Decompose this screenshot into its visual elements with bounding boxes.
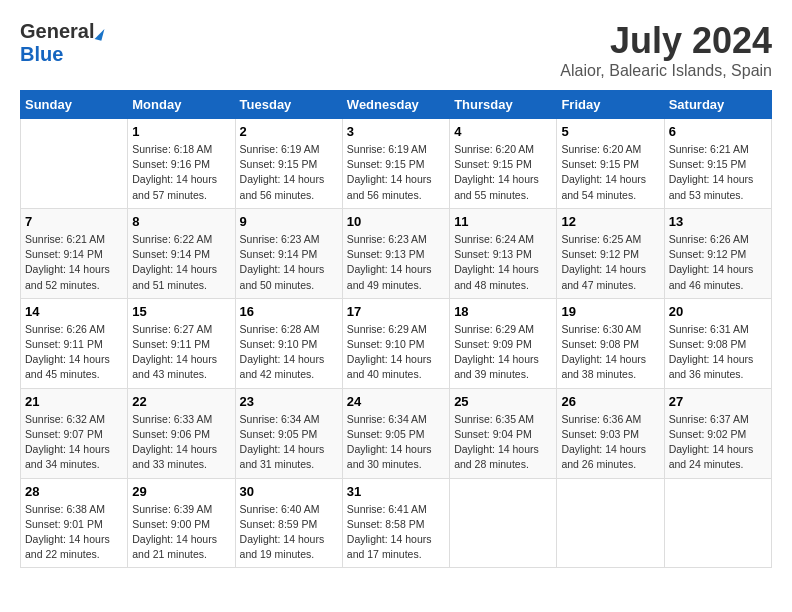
day-number: 5 bbox=[561, 124, 659, 139]
calendar-day-cell: 4Sunrise: 6:20 AM Sunset: 9:15 PM Daylig… bbox=[450, 119, 557, 209]
day-info: Sunrise: 6:19 AM Sunset: 9:15 PM Dayligh… bbox=[240, 142, 338, 203]
calendar-week-row: 21Sunrise: 6:32 AM Sunset: 9:07 PM Dayli… bbox=[21, 388, 772, 478]
calendar-header-cell: Sunday bbox=[21, 91, 128, 119]
day-info: Sunrise: 6:27 AM Sunset: 9:11 PM Dayligh… bbox=[132, 322, 230, 383]
day-info: Sunrise: 6:34 AM Sunset: 9:05 PM Dayligh… bbox=[347, 412, 445, 473]
day-number: 18 bbox=[454, 304, 552, 319]
day-number: 29 bbox=[132, 484, 230, 499]
calendar-day-cell: 11Sunrise: 6:24 AM Sunset: 9:13 PM Dayli… bbox=[450, 208, 557, 298]
calendar-week-row: 1Sunrise: 6:18 AM Sunset: 9:16 PM Daylig… bbox=[21, 119, 772, 209]
header: General Blue July 2024 Alaior, Balearic … bbox=[20, 20, 772, 80]
day-info: Sunrise: 6:36 AM Sunset: 9:03 PM Dayligh… bbox=[561, 412, 659, 473]
calendar-day-cell: 6Sunrise: 6:21 AM Sunset: 9:15 PM Daylig… bbox=[664, 119, 771, 209]
calendar-day-cell bbox=[450, 478, 557, 568]
calendar-header-cell: Friday bbox=[557, 91, 664, 119]
calendar-day-cell: 22Sunrise: 6:33 AM Sunset: 9:06 PM Dayli… bbox=[128, 388, 235, 478]
logo-general: General bbox=[20, 20, 94, 42]
day-info: Sunrise: 6:31 AM Sunset: 9:08 PM Dayligh… bbox=[669, 322, 767, 383]
day-info: Sunrise: 6:39 AM Sunset: 9:00 PM Dayligh… bbox=[132, 502, 230, 563]
day-info: Sunrise: 6:33 AM Sunset: 9:06 PM Dayligh… bbox=[132, 412, 230, 473]
calendar-day-cell: 28Sunrise: 6:38 AM Sunset: 9:01 PM Dayli… bbox=[21, 478, 128, 568]
calendar-day-cell: 13Sunrise: 6:26 AM Sunset: 9:12 PM Dayli… bbox=[664, 208, 771, 298]
calendar-day-cell: 21Sunrise: 6:32 AM Sunset: 9:07 PM Dayli… bbox=[21, 388, 128, 478]
day-number: 30 bbox=[240, 484, 338, 499]
calendar-header-cell: Wednesday bbox=[342, 91, 449, 119]
day-info: Sunrise: 6:19 AM Sunset: 9:15 PM Dayligh… bbox=[347, 142, 445, 203]
day-number: 22 bbox=[132, 394, 230, 409]
day-info: Sunrise: 6:23 AM Sunset: 9:13 PM Dayligh… bbox=[347, 232, 445, 293]
calendar-day-cell: 5Sunrise: 6:20 AM Sunset: 9:15 PM Daylig… bbox=[557, 119, 664, 209]
calendar-day-cell: 12Sunrise: 6:25 AM Sunset: 9:12 PM Dayli… bbox=[557, 208, 664, 298]
day-number: 10 bbox=[347, 214, 445, 229]
calendar-day-cell bbox=[664, 478, 771, 568]
day-number: 26 bbox=[561, 394, 659, 409]
day-info: Sunrise: 6:34 AM Sunset: 9:05 PM Dayligh… bbox=[240, 412, 338, 473]
calendar-day-cell: 30Sunrise: 6:40 AM Sunset: 8:59 PM Dayli… bbox=[235, 478, 342, 568]
day-info: Sunrise: 6:18 AM Sunset: 9:16 PM Dayligh… bbox=[132, 142, 230, 203]
day-number: 25 bbox=[454, 394, 552, 409]
calendar-day-cell: 1Sunrise: 6:18 AM Sunset: 9:16 PM Daylig… bbox=[128, 119, 235, 209]
day-number: 9 bbox=[240, 214, 338, 229]
day-number: 1 bbox=[132, 124, 230, 139]
day-number: 2 bbox=[240, 124, 338, 139]
calendar-day-cell: 9Sunrise: 6:23 AM Sunset: 9:14 PM Daylig… bbox=[235, 208, 342, 298]
day-number: 21 bbox=[25, 394, 123, 409]
calendar-day-cell: 31Sunrise: 6:41 AM Sunset: 8:58 PM Dayli… bbox=[342, 478, 449, 568]
month-year-title: July 2024 bbox=[560, 20, 772, 62]
calendar-day-cell bbox=[21, 119, 128, 209]
day-info: Sunrise: 6:26 AM Sunset: 9:11 PM Dayligh… bbox=[25, 322, 123, 383]
day-number: 27 bbox=[669, 394, 767, 409]
calendar-header-row: SundayMondayTuesdayWednesdayThursdayFrid… bbox=[21, 91, 772, 119]
day-info: Sunrise: 6:20 AM Sunset: 9:15 PM Dayligh… bbox=[454, 142, 552, 203]
calendar-day-cell: 25Sunrise: 6:35 AM Sunset: 9:04 PM Dayli… bbox=[450, 388, 557, 478]
day-info: Sunrise: 6:40 AM Sunset: 8:59 PM Dayligh… bbox=[240, 502, 338, 563]
day-number: 24 bbox=[347, 394, 445, 409]
calendar-day-cell: 18Sunrise: 6:29 AM Sunset: 9:09 PM Dayli… bbox=[450, 298, 557, 388]
calendar-header-cell: Thursday bbox=[450, 91, 557, 119]
day-info: Sunrise: 6:25 AM Sunset: 9:12 PM Dayligh… bbox=[561, 232, 659, 293]
day-number: 11 bbox=[454, 214, 552, 229]
day-number: 16 bbox=[240, 304, 338, 319]
day-number: 17 bbox=[347, 304, 445, 319]
day-info: Sunrise: 6:21 AM Sunset: 9:15 PM Dayligh… bbox=[669, 142, 767, 203]
calendar-day-cell bbox=[557, 478, 664, 568]
day-info: Sunrise: 6:24 AM Sunset: 9:13 PM Dayligh… bbox=[454, 232, 552, 293]
day-info: Sunrise: 6:37 AM Sunset: 9:02 PM Dayligh… bbox=[669, 412, 767, 473]
day-info: Sunrise: 6:28 AM Sunset: 9:10 PM Dayligh… bbox=[240, 322, 338, 383]
calendar-day-cell: 7Sunrise: 6:21 AM Sunset: 9:14 PM Daylig… bbox=[21, 208, 128, 298]
day-info: Sunrise: 6:26 AM Sunset: 9:12 PM Dayligh… bbox=[669, 232, 767, 293]
calendar-week-row: 14Sunrise: 6:26 AM Sunset: 9:11 PM Dayli… bbox=[21, 298, 772, 388]
logo-text: General bbox=[20, 20, 103, 43]
calendar-day-cell: 15Sunrise: 6:27 AM Sunset: 9:11 PM Dayli… bbox=[128, 298, 235, 388]
title-area: July 2024 Alaior, Balearic Islands, Spai… bbox=[560, 20, 772, 80]
logo-blue: Blue bbox=[20, 43, 63, 65]
day-number: 12 bbox=[561, 214, 659, 229]
day-info: Sunrise: 6:23 AM Sunset: 9:14 PM Dayligh… bbox=[240, 232, 338, 293]
calendar-header-cell: Saturday bbox=[664, 91, 771, 119]
day-number: 31 bbox=[347, 484, 445, 499]
calendar-day-cell: 27Sunrise: 6:37 AM Sunset: 9:02 PM Dayli… bbox=[664, 388, 771, 478]
day-info: Sunrise: 6:29 AM Sunset: 9:10 PM Dayligh… bbox=[347, 322, 445, 383]
calendar-day-cell: 20Sunrise: 6:31 AM Sunset: 9:08 PM Dayli… bbox=[664, 298, 771, 388]
calendar-day-cell: 24Sunrise: 6:34 AM Sunset: 9:05 PM Dayli… bbox=[342, 388, 449, 478]
calendar-header-cell: Monday bbox=[128, 91, 235, 119]
day-number: 19 bbox=[561, 304, 659, 319]
calendar-week-row: 7Sunrise: 6:21 AM Sunset: 9:14 PM Daylig… bbox=[21, 208, 772, 298]
day-number: 28 bbox=[25, 484, 123, 499]
day-number: 6 bbox=[669, 124, 767, 139]
day-number: 7 bbox=[25, 214, 123, 229]
day-number: 8 bbox=[132, 214, 230, 229]
day-number: 20 bbox=[669, 304, 767, 319]
day-number: 3 bbox=[347, 124, 445, 139]
logo: General Blue bbox=[20, 20, 103, 66]
day-number: 13 bbox=[669, 214, 767, 229]
calendar-day-cell: 23Sunrise: 6:34 AM Sunset: 9:05 PM Dayli… bbox=[235, 388, 342, 478]
day-number: 15 bbox=[132, 304, 230, 319]
location-title: Alaior, Balearic Islands, Spain bbox=[560, 62, 772, 80]
day-info: Sunrise: 6:41 AM Sunset: 8:58 PM Dayligh… bbox=[347, 502, 445, 563]
day-info: Sunrise: 6:38 AM Sunset: 9:01 PM Dayligh… bbox=[25, 502, 123, 563]
day-info: Sunrise: 6:21 AM Sunset: 9:14 PM Dayligh… bbox=[25, 232, 123, 293]
calendar-day-cell: 16Sunrise: 6:28 AM Sunset: 9:10 PM Dayli… bbox=[235, 298, 342, 388]
calendar-day-cell: 19Sunrise: 6:30 AM Sunset: 9:08 PM Dayli… bbox=[557, 298, 664, 388]
calendar-day-cell: 14Sunrise: 6:26 AM Sunset: 9:11 PM Dayli… bbox=[21, 298, 128, 388]
